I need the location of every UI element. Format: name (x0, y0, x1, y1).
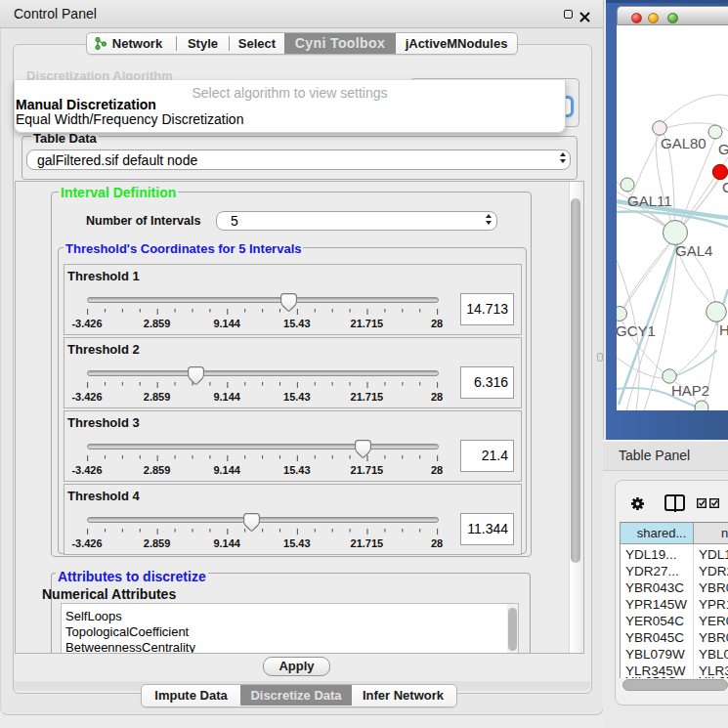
svg-text:HAP2: HAP2 (671, 382, 709, 399)
svg-text:GCY1: GCY1 (617, 322, 656, 339)
svg-text:H: H (719, 321, 728, 338)
svg-text:C: C (722, 179, 728, 195)
svg-text:GAL11: GAL11 (627, 193, 672, 209)
svg-text:GA: GA (718, 141, 728, 157)
svg-text:GAL4: GAL4 (675, 242, 712, 259)
svg-text:GAL80: GAL80 (661, 135, 707, 151)
